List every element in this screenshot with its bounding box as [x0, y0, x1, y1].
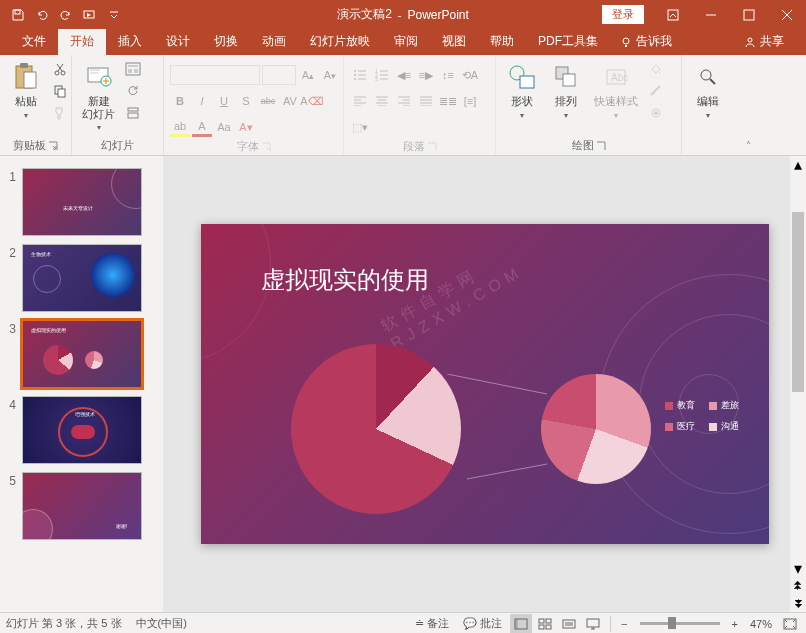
- highlight-icon[interactable]: ab: [170, 117, 190, 137]
- tell-me-search[interactable]: 告诉我: [610, 28, 682, 55]
- paste-button[interactable]: 粘贴▾: [6, 59, 46, 123]
- quick-styles-button[interactable]: Abc 快速样式▾: [590, 59, 642, 123]
- align-text-icon[interactable]: [≡]: [460, 91, 480, 111]
- slide-counter[interactable]: 幻灯片 第 3 张，共 5 张: [6, 616, 122, 631]
- slide-sorter-view-icon[interactable]: [534, 614, 556, 634]
- login-button[interactable]: 登录: [602, 5, 644, 24]
- share-button[interactable]: 共享: [736, 28, 792, 55]
- undo-icon[interactable]: [32, 5, 52, 25]
- justify-icon[interactable]: [416, 91, 436, 111]
- dialog-launcher-icon[interactable]: [48, 141, 58, 151]
- reset-icon[interactable]: [123, 81, 143, 101]
- tab-insert[interactable]: 插入: [106, 28, 154, 55]
- slide-thumbnail[interactable]: 2 生物技术: [0, 240, 163, 316]
- align-right-icon[interactable]: [394, 91, 414, 111]
- dialog-launcher-icon[interactable]: [596, 141, 606, 151]
- scroll-thumb[interactable]: [792, 212, 804, 392]
- slide-thumbnail[interactable]: 3 虚拟现实的使用: [0, 316, 163, 392]
- tab-review[interactable]: 审阅: [382, 28, 430, 55]
- tab-pdf-tools[interactable]: PDF工具集: [526, 28, 610, 55]
- reading-view-icon[interactable]: [558, 614, 580, 634]
- zoom-slider[interactable]: [640, 622, 720, 625]
- editing-button[interactable]: 编辑▾: [688, 59, 728, 123]
- arrange-button[interactable]: 排列▾: [546, 59, 586, 123]
- slide-thumbnail-panel[interactable]: 1 未来天穹设计 2 生物技术 3 虚拟现实的使用 4: [0, 156, 163, 612]
- scroll-up-icon[interactable]: ▴: [790, 156, 806, 172]
- tab-transitions[interactable]: 切换: [202, 28, 250, 55]
- zoom-slider-handle[interactable]: [668, 617, 676, 629]
- slide-thumbnail[interactable]: 4 增强技术: [0, 392, 163, 468]
- start-from-beginning-icon[interactable]: [80, 5, 100, 25]
- increase-font-icon[interactable]: A▴: [298, 65, 318, 85]
- cut-icon[interactable]: [50, 59, 70, 79]
- main-pie-chart[interactable]: [291, 344, 461, 514]
- tab-home[interactable]: 开始: [58, 28, 106, 55]
- slide-thumbnail[interactable]: 5 谢谢!: [0, 468, 163, 544]
- sub-pie-chart[interactable]: [541, 374, 651, 484]
- close-button[interactable]: [768, 0, 806, 29]
- maximize-button[interactable]: [730, 0, 768, 29]
- shadow-button[interactable]: S: [236, 91, 256, 111]
- shape-effects-icon[interactable]: [646, 103, 666, 123]
- comments-button[interactable]: 💬 批注: [457, 614, 508, 633]
- save-icon[interactable]: [8, 5, 28, 25]
- next-slide-icon[interactable]: ⯯: [790, 594, 806, 612]
- italic-button[interactable]: I: [192, 91, 212, 111]
- copy-icon[interactable]: [50, 81, 70, 101]
- decrease-font-icon[interactable]: A▾: [320, 65, 340, 85]
- layout-icon[interactable]: [123, 59, 143, 79]
- ribbon-display-options-icon[interactable]: [654, 0, 692, 29]
- text-direction-icon[interactable]: ⟲A: [460, 65, 480, 85]
- align-left-icon[interactable]: [350, 91, 370, 111]
- increase-indent-icon[interactable]: ≡▶: [416, 65, 436, 85]
- clear-format-icon[interactable]: A⌫: [302, 91, 322, 111]
- change-case-icon[interactable]: Aa: [214, 117, 234, 137]
- align-center-icon[interactable]: [372, 91, 392, 111]
- redo-icon[interactable]: [56, 5, 76, 25]
- shape-fill-icon[interactable]: [646, 59, 666, 79]
- slide-editor-area[interactable]: 软件自学网RJZXW.COM 虚拟现实的使用 教育 差旅 医疗 沟通 ▴ ▾ ⯭…: [163, 156, 806, 612]
- font-color-icon[interactable]: A: [192, 117, 212, 137]
- tab-slideshow[interactable]: 幻灯片放映: [298, 28, 382, 55]
- new-slide-button[interactable]: 新建 幻灯片 ▾: [78, 59, 119, 134]
- smartart-convert-icon[interactable]: ⬚▾: [350, 117, 370, 137]
- vertical-scrollbar[interactable]: ▴ ▾ ⯭ ⯯: [790, 156, 806, 612]
- shapes-button[interactable]: 形状▾: [502, 59, 542, 123]
- font-size-dropdown[interactable]: [262, 65, 296, 85]
- zoom-out-button[interactable]: −: [617, 618, 631, 630]
- format-painter-icon[interactable]: [50, 103, 70, 123]
- dialog-launcher-icon[interactable]: [427, 142, 437, 152]
- collapse-ribbon-icon[interactable]: ˄: [746, 140, 751, 151]
- bullets-icon[interactable]: [350, 65, 370, 85]
- tab-animations[interactable]: 动画: [250, 28, 298, 55]
- tab-design[interactable]: 设计: [154, 28, 202, 55]
- scroll-track[interactable]: [790, 172, 806, 560]
- tab-help[interactable]: 帮助: [478, 28, 526, 55]
- shape-outline-icon[interactable]: [646, 81, 666, 101]
- bold-button[interactable]: B: [170, 91, 190, 111]
- char-spacing-icon[interactable]: AV: [280, 91, 300, 111]
- zoom-in-button[interactable]: +: [728, 618, 742, 630]
- section-icon[interactable]: [123, 103, 143, 123]
- tab-view[interactable]: 视图: [430, 28, 478, 55]
- dialog-launcher-icon[interactable]: [261, 142, 271, 152]
- decrease-indent-icon[interactable]: ◀≡: [394, 65, 414, 85]
- prev-slide-icon[interactable]: ⯭: [790, 576, 806, 594]
- zoom-value[interactable]: 47%: [744, 618, 778, 630]
- strike-button[interactable]: abc: [258, 91, 278, 111]
- numbering-icon[interactable]: 123: [372, 65, 392, 85]
- fit-to-window-icon[interactable]: [780, 614, 800, 634]
- qat-customize-icon[interactable]: [104, 5, 124, 25]
- font-family-dropdown[interactable]: [170, 65, 260, 85]
- slideshow-view-icon[interactable]: [582, 614, 604, 634]
- language-status[interactable]: 中文(中国): [136, 616, 187, 631]
- tab-file[interactable]: 文件: [10, 28, 58, 55]
- normal-view-icon[interactable]: [510, 614, 532, 634]
- line-spacing-icon[interactable]: ↕≡: [438, 65, 458, 85]
- columns-icon[interactable]: ≣≣: [438, 91, 458, 111]
- slide-title[interactable]: 虚拟现实的使用: [261, 264, 429, 296]
- underline-button[interactable]: U: [214, 91, 234, 111]
- notes-button[interactable]: ≐ 备注: [409, 614, 455, 633]
- text-effects-icon[interactable]: A▾: [236, 117, 256, 137]
- scroll-down-icon[interactable]: ▾: [790, 560, 806, 576]
